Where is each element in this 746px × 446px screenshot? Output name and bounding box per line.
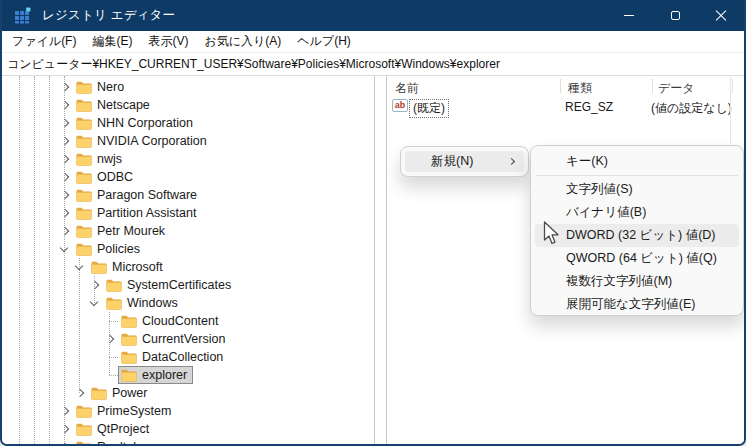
folder-icon [76,207,92,220]
tree-item-realtek[interactable]: Realtek [2,438,374,444]
folder-icon [121,333,137,346]
folder-icon [76,99,92,112]
chevron-right-icon[interactable] [57,151,73,167]
chevron-right-icon[interactable] [57,205,73,221]
menu-item-label: 文字列値(S) [566,181,633,198]
context-menu-item-new[interactable]: 新規(N) [405,151,524,172]
chevron-right-icon[interactable] [57,187,73,203]
tree-item-partition-assistant[interactable]: Partition Assistant [2,204,374,222]
address-path: コンピューター¥HKEY_CURRENT_USER¥Software¥Polic… [7,56,500,73]
menu-view[interactable]: 表示(V) [140,31,196,52]
tree-item-explorer-selected[interactable]: explorer [2,366,374,384]
tree-item-nhn-corporation[interactable]: NHN Corporation [2,114,374,132]
tree-item-paragon-software[interactable]: Paragon Software [2,186,374,204]
chevron-right-icon[interactable] [57,169,73,185]
tree-item-microsoft[interactable]: Microsoft [2,258,374,276]
submenu-item-expandable-string-value[interactable]: 展開可能な文字列値(E) [535,293,739,316]
column-separator[interactable] [560,79,561,93]
tree-item-label: Netscape [97,98,150,112]
address-bar[interactable]: コンピューター¥HKEY_CURRENT_USER¥Software¥Polic… [2,53,744,76]
tree-item-label: ODBC [97,170,133,184]
column-separator[interactable] [732,79,733,93]
submenu-item-key[interactable]: キー(K) [535,150,739,173]
chevron-right-icon[interactable] [57,439,73,444]
tree-indent-spacer [102,367,118,383]
submenu-item-multistring-value[interactable]: 複数行文字列値(M) [535,270,739,293]
tree-item-label: Microsoft [112,260,163,274]
tree-item-qtproject[interactable]: QtProject [2,420,374,438]
tree-item-label: Windows [127,296,178,310]
tree-item-currentversion[interactable]: CurrentVersion [2,330,374,348]
submenu-item-qword-value[interactable]: QWORD (64 ビット) 値(Q) [535,247,739,270]
window-controls [606,0,744,31]
chevron-right-icon[interactable] [102,331,118,347]
folder-icon [91,387,107,400]
maximize-button[interactable] [652,0,698,31]
menu-separator [536,175,738,176]
chevron-right-icon[interactable] [72,385,88,401]
tree-item-odbc[interactable]: ODBC [2,168,374,186]
tree-item-label: Petr Mourek [97,224,165,238]
tree-item-label: CloudContent [142,314,218,328]
chevron-right-icon[interactable] [57,403,73,419]
folder-icon [76,225,92,238]
menu-favorites[interactable]: お気に入り(A) [196,31,289,52]
tree-item-primesystem[interactable]: PrimeSystem [2,402,374,420]
column-separator[interactable] [652,79,653,93]
column-header-name[interactable]: 名前 [395,80,419,97]
folder-icon [76,243,92,256]
menu-item-label: 新規(N) [431,153,473,170]
tree-item-windows[interactable]: Windows [2,294,374,312]
chevron-right-icon[interactable] [57,79,73,95]
tree-item-policies[interactable]: Policies [2,240,374,258]
folder-icon [121,351,137,364]
chevron-down-icon[interactable] [87,295,103,311]
chevron-right-icon[interactable] [87,277,103,293]
menu-item-label: キー(K) [566,153,608,170]
chevron-right-icon[interactable] [57,115,73,131]
chevron-right-icon[interactable] [57,421,73,437]
tree-item-nwjs[interactable]: nwjs [2,150,374,168]
tree-item-label: Nero [97,80,124,94]
menu-item-label: QWORD (64 ビット) 値(Q) [566,250,717,267]
title-bar: レジストリ エディター [2,0,744,31]
tree-item-datacollection[interactable]: DataCollection [2,348,374,366]
column-header-type[interactable]: 種類 [568,80,592,97]
value-type: REG_SZ [565,100,613,114]
folder-icon [76,135,92,148]
tree-item-power[interactable]: Power [2,384,374,402]
panel-splitter[interactable] [374,76,375,444]
new-submenu: キー(K) 文字列値(S) バイナリ値(B) DWORD (32 ビット) 値(… [530,145,744,316]
menu-item-label: バイナリ値(B) [566,204,646,221]
minimize-button[interactable] [606,0,652,31]
tree-item-netscape[interactable]: Netscape [2,96,374,114]
menu-bar: ファイル(F) 編集(E) 表示(V) お気に入り(A) ヘルプ(H) [2,31,744,53]
menu-help[interactable]: ヘルプ(H) [289,31,359,52]
chevron-down-icon[interactable] [72,259,88,275]
tree-item-label: Partition Assistant [97,206,196,220]
submenu-item-dword-value[interactable]: DWORD (32 ビット) 値(D) [535,224,739,247]
tree-item-petr-mourek[interactable]: Petr Mourek [2,222,374,240]
folder-icon [76,405,92,418]
submenu-arrow-icon [508,158,515,165]
selected-tree-item[interactable]: explorer [118,366,193,384]
list-edge-line [730,76,731,145]
tree-item-cloudcontent[interactable]: CloudContent [2,312,374,330]
chevron-right-icon[interactable] [57,133,73,149]
folder-icon [91,261,107,274]
folder-icon [76,81,92,94]
tree-item-nero[interactable]: Nero [2,78,374,96]
value-name-default[interactable]: (既定) [409,99,449,118]
tree-item-nvidia-corporation[interactable]: NVIDIA Corporation [2,132,374,150]
column-header-data[interactable]: データ [658,80,695,97]
submenu-item-string-value[interactable]: 文字列値(S) [535,178,739,201]
tree-item-label: QtProject [97,422,149,436]
submenu-item-binary-value[interactable]: バイナリ値(B) [535,201,739,224]
chevron-down-icon[interactable] [57,241,73,257]
tree-item-systemcertificates[interactable]: SystemCertificates [2,276,374,294]
menu-edit[interactable]: 編集(E) [84,31,140,52]
chevron-right-icon[interactable] [57,97,73,113]
menu-file[interactable]: ファイル(F) [4,31,84,52]
chevron-right-icon[interactable] [57,223,73,239]
close-button[interactable] [698,0,744,31]
